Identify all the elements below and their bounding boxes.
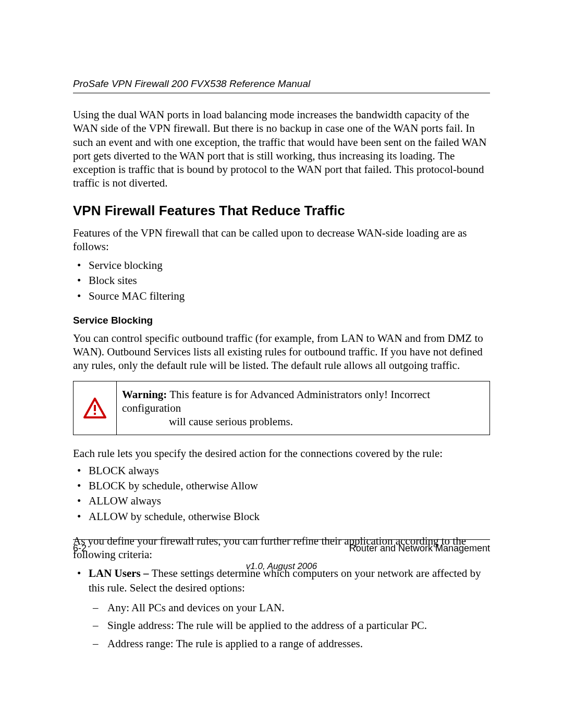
list-item: Single address: The rule will be applied…: [89, 618, 490, 633]
warning-text: Warning: This feature is for Advanced Ad…: [117, 381, 489, 435]
running-header: ProSafe VPN Firewall 200 FVX538 Referenc…: [73, 78, 490, 90]
warning-triangle-icon: [83, 398, 106, 418]
chapter-title: Router and Network Management: [349, 543, 490, 554]
warning-label: Warning:: [122, 388, 167, 401]
warning-icon-cell: [74, 381, 117, 435]
svg-rect-0: [94, 405, 96, 411]
list-item: ALLOW always: [73, 494, 490, 508]
features-list: Service blocking Block sites Source MAC …: [73, 258, 490, 303]
list-item: Any: All PCs and devices on your LAN.: [89, 600, 490, 615]
list-item: BLOCK by schedule, otherwise Allow: [73, 479, 490, 493]
list-item: BLOCK always: [73, 464, 490, 478]
sub-section-heading: Service Blocking: [73, 315, 490, 326]
criteria-list: LAN Users – These settings determine whi…: [73, 566, 490, 651]
criteria-item: LAN Users – These settings determine whi…: [73, 566, 490, 651]
warning-line2: will cause serious problems.: [122, 415, 293, 428]
list-item: ALLOW by schedule, otherwise Block: [73, 510, 490, 524]
list-item: Block sites: [73, 274, 490, 288]
rules-intro: Each rule lets you specify the desired a…: [73, 447, 490, 460]
doc-version: v1.0, August 2006: [73, 561, 490, 572]
document-page: ProSafe VPN Firewall 200 FVX538 Referenc…: [0, 0, 563, 728]
intro-paragraph: Using the dual WAN ports in load balanci…: [73, 108, 490, 190]
warning-box: Warning: This feature is for Advanced Ad…: [73, 381, 490, 436]
list-item: Address range: The rule is applied to a …: [89, 636, 490, 651]
page-number: 6-2: [73, 543, 87, 554]
svg-rect-1: [94, 413, 96, 415]
section-heading: VPN Firewall Features That Reduce Traffi…: [73, 203, 490, 219]
list-item: Source MAC filtering: [73, 289, 490, 303]
criteria-sublist: Any: All PCs and devices on your LAN. Si…: [89, 600, 490, 651]
rule-actions-list: BLOCK always BLOCK by schedule, otherwis…: [73, 464, 490, 524]
list-item: Service blocking: [73, 258, 490, 273]
section-lead: Features of the VPN firewall that can be…: [73, 226, 490, 254]
sub-section-lead: You can control specific outbound traffi…: [73, 331, 490, 373]
page-footer: 6-2 Router and Network Management v1.0, …: [73, 539, 490, 572]
header-rule: [73, 93, 490, 93]
warning-line1: This feature is for Advanced Administrat…: [122, 388, 430, 414]
